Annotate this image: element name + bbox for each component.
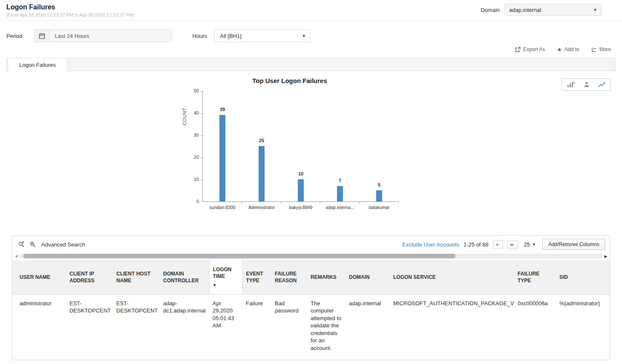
column-header[interactable]: DOMAIN — [346, 260, 390, 294]
y-axis-title-wrap: COUNT — [181, 91, 188, 142]
caret-down-icon: ▼ — [532, 242, 536, 246]
table-row: administratorEST-DESKTOPCENTEST-DESKTOPC… — [12, 294, 610, 357]
pagination-range: 1-25 of 88 — [464, 241, 489, 248]
table-panel: Advanced Search Exclude User Accounts 1-… — [12, 235, 610, 360]
y-tick-label: 50 — [194, 88, 199, 93]
domain-label: Domain — [481, 7, 500, 13]
column-header[interactable]: FAILURE REASON — [271, 260, 307, 294]
calendar-icon — [39, 33, 45, 39]
actions-row: Export As ★ Add to More — [0, 46, 622, 57]
scroll-right-icon[interactable]: ▶ — [603, 254, 609, 258]
column-header[interactable]: USER NAME — [12, 260, 66, 294]
advanced-search-label[interactable]: Advanced Search — [41, 241, 85, 248]
x-category-label: Administrator — [242, 205, 281, 210]
x-category-label: bakya-8849 — [281, 205, 320, 210]
table-cell: Failure — [242, 294, 271, 357]
table-cell: Apr 29,2020 05:01:43 AM — [209, 294, 242, 357]
column-header[interactable]: SID — [556, 260, 610, 294]
period-value-field[interactable]: Last 24 Hours — [49, 29, 171, 42]
tab-bar: Logon Failures — [6, 58, 616, 71]
next-page-button[interactable]: ▶ — [493, 240, 503, 249]
scroll-left-icon[interactable]: ◀ — [13, 254, 19, 258]
column-header[interactable]: REMARKS — [307, 260, 346, 294]
column-header-label: LOGON SERVICE — [393, 274, 511, 281]
scrollbar-track[interactable] — [19, 254, 603, 258]
export-as-button[interactable]: Export As — [515, 46, 545, 52]
x-category-label: adap.interna... — [320, 205, 360, 210]
column-header[interactable]: DOMAIN CONTROLLER — [160, 260, 209, 294]
column-header[interactable]: FAILURE TYPE — [514, 260, 556, 294]
period-picker: Last 24 Hours — [35, 29, 171, 42]
table-toolbar: Advanced Search Exclude User Accounts 1-… — [12, 236, 610, 252]
chart-y-axis: 01020304050 — [188, 91, 202, 202]
bar-group: 5balakumar — [360, 91, 399, 201]
table-body: administratorEST-DESKTOPCENTEST-DESKTOPC… — [12, 294, 610, 357]
bar-value-label: 5 — [360, 182, 399, 187]
chart-plot: 39sundari-830025Administrator10bakya-884… — [202, 91, 398, 202]
chart-body: COUNT 01020304050 39sundari-830025Admini… — [181, 91, 398, 202]
bar-group: 7adap.interna... — [320, 91, 360, 201]
tab-logon-failures[interactable]: Logon Failures — [8, 58, 67, 72]
chart-toolbar — [562, 78, 611, 91]
column-header[interactable]: CLIENT IP ADDRESS — [66, 260, 113, 294]
bar-group: 39sundari-8300 — [203, 91, 242, 201]
domain-control: Domain adap.internal ▾ — [481, 4, 602, 16]
sort-caret-icon[interactable]: ▼ — [213, 283, 239, 288]
exclude-user-accounts-link[interactable]: Exclude User Accounts — [402, 241, 459, 248]
y-tick-label: 20 — [194, 155, 199, 160]
add-to-button[interactable]: ★ Add to — [557, 46, 579, 52]
table-cell: EST-DESKTOPCENT — [113, 294, 160, 357]
scrollbar-thumb[interactable] — [23, 254, 455, 258]
chart: Top User Logon Failures COUNT 0102030405… — [181, 77, 398, 202]
bar-group: 10bakya-8849 — [281, 91, 320, 201]
more-button[interactable]: More — [591, 46, 611, 52]
page-header: Logon Failures (From Apr 28,2020 12:23:3… — [0, 0, 622, 21]
chevron-down-icon: ▾ — [298, 30, 310, 42]
domain-select[interactable]: adap.internal ▾ — [504, 4, 602, 16]
user-report-icon[interactable] — [584, 81, 590, 88]
column-header-label: CLIENT IP ADDRESS — [69, 270, 109, 284]
table-cell: adap-dc1.adap.internal — [160, 294, 209, 357]
y-tick-label: 0 — [196, 199, 199, 204]
bar — [298, 179, 304, 201]
x-tick-mark — [359, 202, 360, 203]
x-category-label: sundari-8300 — [203, 205, 242, 210]
line-chart-icon[interactable] — [598, 81, 605, 88]
more-icon — [591, 47, 597, 52]
x-tick-mark — [281, 202, 281, 203]
column-header-label: DOMAIN — [349, 274, 386, 281]
table-header-row: USER NAMECLIENT IP ADDRESSCLIENT HOST NA… — [12, 260, 610, 294]
page-size-select[interactable]: 25 ▼ — [522, 241, 538, 248]
search-controls: Advanced Search — [17, 241, 85, 248]
y-tick-label: 30 — [194, 132, 199, 138]
x-tick-mark — [242, 202, 242, 203]
column-header[interactable]: EVENT TYPE — [242, 260, 271, 294]
bar-value-label: 10 — [281, 171, 320, 176]
star-icon: ★ — [557, 47, 562, 52]
chart-type-bar-icon[interactable] — [567, 81, 575, 88]
y-tick-label: 40 — [194, 110, 199, 115]
column-header-label: DOMAIN CONTROLLER — [163, 270, 206, 284]
chart-section: Top User Logon Failures COUNT 0102030405… — [0, 71, 622, 235]
hours-label: Hours — [193, 33, 207, 39]
column-header-label: REMARKS — [311, 274, 342, 281]
advanced-search-icon[interactable] — [30, 241, 36, 248]
column-header[interactable]: LOGON TIME▼ — [209, 260, 242, 294]
export-as-label: Export As — [523, 46, 545, 52]
hours-select[interactable]: All [BH1] ▾ — [214, 29, 310, 42]
bar — [259, 146, 265, 201]
calendar-button[interactable] — [35, 29, 49, 42]
x-tick-mark — [320, 202, 320, 203]
table-cell: %{administrator} — [556, 294, 610, 357]
column-header-label: CLIENT HOST NAME — [116, 270, 156, 284]
table-toolbar-right: Exclude User Accounts 1-25 of 88 ▶ ▶▶ 25… — [402, 239, 605, 250]
bar-value-label: 39 — [203, 107, 242, 112]
column-header[interactable]: CLIENT HOST NAME — [113, 260, 160, 294]
add-remove-columns-button[interactable]: Add/Remove Columns — [542, 239, 605, 250]
table-cell: Bad password — [271, 294, 307, 357]
column-header[interactable]: LOGON SERVICE — [390, 260, 514, 294]
last-page-button[interactable]: ▶▶ — [507, 240, 518, 249]
more-label: More — [599, 46, 611, 52]
search-icon[interactable] — [18, 241, 25, 248]
logon-failures-table: USER NAMECLIENT IP ADDRESSCLIENT HOST NA… — [12, 260, 610, 357]
